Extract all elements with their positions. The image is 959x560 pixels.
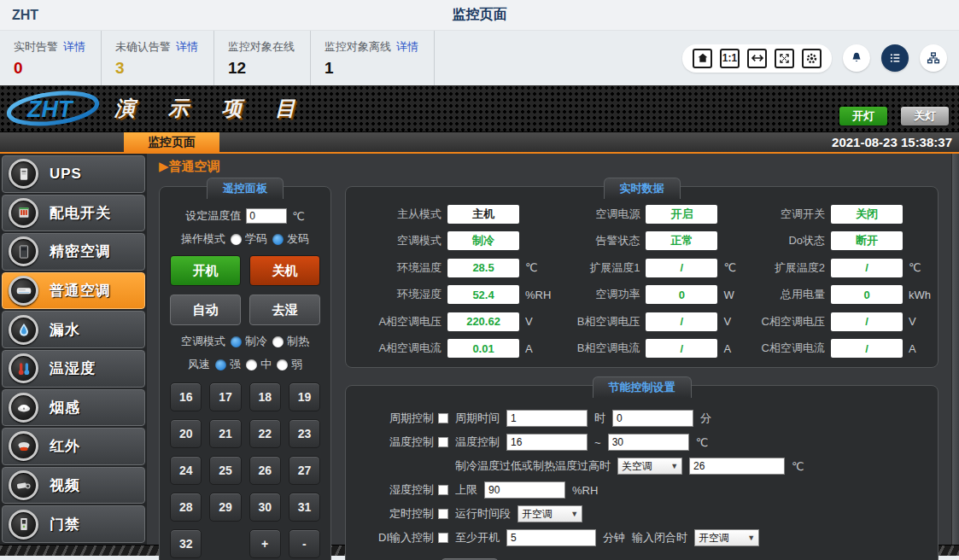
radio-icon[interactable] <box>246 359 257 370</box>
sidebar-item-breaker[interactable]: 配电开关 <box>2 195 145 232</box>
radio-icon[interactable] <box>231 234 242 245</box>
radio-fan-medium[interactable]: 中 <box>246 357 272 372</box>
radio-icon[interactable] <box>231 336 242 347</box>
detail-link[interactable]: 详情 <box>176 40 198 53</box>
one-to-one-icon[interactable]: 1:1 <box>720 49 740 68</box>
keypad-button[interactable]: 23 <box>289 419 320 448</box>
keypad-button[interactable]: 19 <box>289 382 320 411</box>
keypad-button[interactable]: 20 <box>170 419 202 448</box>
list-icon[interactable] <box>881 44 909 72</box>
run-period-select[interactable]: 开空调▼ <box>518 505 582 522</box>
sidebar-item-label: 普通空调 <box>50 281 111 300</box>
cycle-control-checkbox[interactable] <box>438 413 448 423</box>
cycle-hour-input[interactable] <box>506 410 588 427</box>
radio-learn-code[interactable]: 学码 <box>231 231 267 247</box>
keypad-button[interactable]: 16 <box>170 382 202 411</box>
keypad-button[interactable]: 25 <box>209 456 241 485</box>
radio-icon[interactable] <box>215 359 226 370</box>
power-off-button[interactable]: 关机 <box>249 255 320 286</box>
keypad-minus-button[interactable]: - <box>289 529 320 558</box>
temp-high-input[interactable] <box>608 434 689 451</box>
rt-label: 环境温度 <box>353 260 441 276</box>
energy-panel-tab: 节能控制设置 <box>593 376 692 398</box>
sidebar-item-infrared[interactable]: 红外 <box>2 428 145 465</box>
radio-heating[interactable]: 制热 <box>272 334 309 349</box>
keypad-button[interactable]: 32 <box>170 529 202 558</box>
sidebar-item-label: 温湿度 <box>50 359 96 378</box>
humidity-control-checkbox[interactable] <box>438 485 448 495</box>
scrollbar[interactable] <box>951 154 959 545</box>
detail-link[interactable]: 详情 <box>63 40 85 53</box>
keypad-button[interactable]: 22 <box>249 419 281 448</box>
radio-fan-weak[interactable]: 弱 <box>277 357 302 372</box>
sidebar-item-water-leak[interactable]: 漏水 <box>2 311 145 348</box>
light-on-button[interactable]: 开灯 <box>839 107 887 125</box>
di-control-label: DI输入控制 <box>378 530 434 545</box>
radio-icon[interactable] <box>277 359 288 370</box>
light-off-button[interactable]: 关灯 <box>901 107 949 125</box>
sidebar-item-label: 门禁 <box>50 515 80 534</box>
timestamp: 2021-08-23 15:38:37 <box>832 132 952 152</box>
sidebar-item-smoke[interactable]: 烟感 <box>2 389 145 427</box>
rt-label: Do状态 <box>736 233 825 248</box>
keypad-button[interactable]: 18 <box>249 382 281 411</box>
dehumidify-button[interactable]: 去湿 <box>249 295 320 325</box>
sidebar-item-label: 视频 <box>50 475 80 495</box>
sidebar-item-door-access[interactable]: 门禁 <box>2 505 145 543</box>
rt-label: 空调功率 <box>551 287 640 302</box>
sidebar-item-precision-ac[interactable]: 精密空调 <box>2 233 145 271</box>
auto-button[interactable]: 自动 <box>170 295 241 325</box>
keypad-plus-button[interactable]: + <box>249 529 281 558</box>
temp-action-row: 制冷温度过低或制热温度过高时 关空调▼ ℃ <box>455 458 931 475</box>
home-icon[interactable] <box>693 49 712 68</box>
temp-action-input[interactable] <box>689 458 785 475</box>
timer-control-checkbox[interactable] <box>438 509 448 519</box>
keypad-button[interactable]: 28 <box>170 493 202 522</box>
cycle-minute-input[interactable] <box>612 410 693 427</box>
keypad-button[interactable]: 31 <box>289 493 320 522</box>
op-mode-label: 操作模式 <box>181 231 225 247</box>
humidity-upper-input[interactable] <box>484 481 565 499</box>
set-temp-input[interactable] <box>246 208 287 224</box>
topology-icon[interactable] <box>920 44 947 72</box>
keypad-button[interactable]: 24 <box>170 456 202 485</box>
keypad-button[interactable]: 17 <box>209 382 241 411</box>
temp-control-checkbox[interactable] <box>438 437 448 447</box>
keypad-button[interactable]: 29 <box>209 493 241 522</box>
rt-label: 空调电源 <box>551 207 640 222</box>
input-closed-select[interactable]: 开空调▼ <box>694 529 759 546</box>
keypad-button[interactable]: 30 <box>249 493 281 522</box>
fullscreen-icon[interactable] <box>775 49 794 68</box>
radio-fan-strong[interactable]: 强 <box>215 357 241 372</box>
keypad-button[interactable]: 21 <box>209 419 241 448</box>
sidebar-item-video[interactable]: 视频 <box>2 467 145 505</box>
stat-value: 1 <box>325 59 418 78</box>
temp-low-input[interactable] <box>506 434 588 451</box>
set-temp-label: 设定温度值 <box>185 208 241 224</box>
temp-action-select[interactable]: 关空调▼ <box>617 458 682 475</box>
temp-control-label: 温度控制 <box>389 435 434 450</box>
stats-bar: 实时告警详情 0 未确认告警详情 3 监控对象在线 12 监控对象离线详情 1 … <box>0 31 959 85</box>
temp-range-label: 温度控制 <box>455 435 500 450</box>
tab-monitor-page[interactable]: 监控页面 <box>124 132 219 152</box>
radio-cooling[interactable]: 制冷 <box>231 334 267 349</box>
sidebar-item-normal-ac[interactable]: 普通空调 <box>2 272 145 310</box>
radio-icon[interactable] <box>272 234 284 245</box>
bell-icon[interactable] <box>843 44 870 72</box>
detail-link[interactable]: 详情 <box>396 40 418 53</box>
settings-icon[interactable] <box>802 49 822 68</box>
sidebar-item-temp-humidity[interactable]: 温湿度 <box>2 350 145 388</box>
fit-width-icon[interactable] <box>747 49 767 68</box>
power-on-button[interactable]: 开机 <box>170 255 241 286</box>
min-runtime-input[interactable] <box>506 529 596 546</box>
water-leak-icon <box>9 315 38 345</box>
keypad-button[interactable]: 27 <box>289 456 320 485</box>
humidity-upper-label: 上限 <box>455 482 477 498</box>
input-closed-label: 输入闭合时 <box>632 530 687 545</box>
rt-label: 空调开关 <box>736 207 825 222</box>
di-control-checkbox[interactable] <box>438 533 448 543</box>
radio-send-code[interactable]: 发码 <box>272 231 309 247</box>
keypad-button[interactable]: 26 <box>249 456 281 485</box>
sidebar-item-ups[interactable]: UPS <box>2 155 145 193</box>
radio-icon[interactable] <box>272 336 284 347</box>
